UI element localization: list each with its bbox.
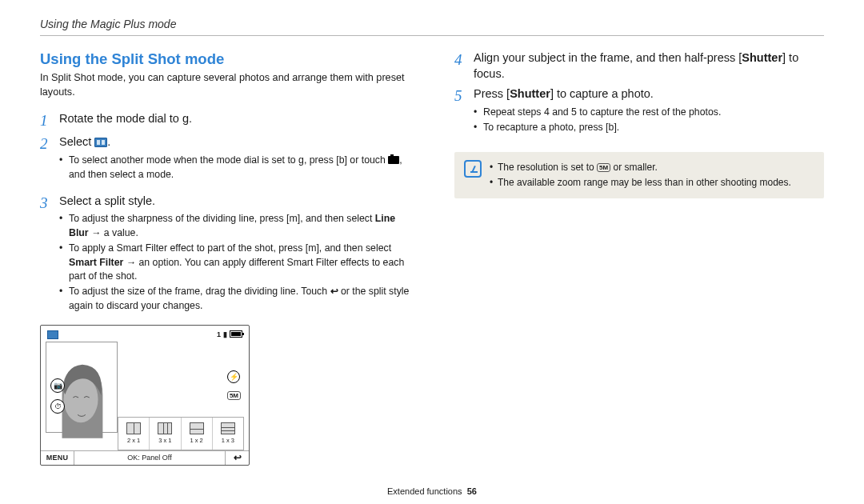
step-list-left: 1 Rotate the mode dial to g. 2 Select . … xyxy=(40,111,410,320)
undo-button[interactable]: ↩ xyxy=(225,451,249,465)
status-bar: 1 ▮ xyxy=(217,330,242,338)
right-column: 4 Align your subject in the frame, and t… xyxy=(454,50,824,466)
step-number: 3 xyxy=(40,194,59,213)
two-column-layout: Using the Split Shot mode In Split Shot … xyxy=(40,50,824,466)
illustration-bottom-bar: MENU OK: Panel Off ↩ xyxy=(41,450,249,465)
left-column: Using the Split Shot mode In Split Shot … xyxy=(40,50,410,466)
step-body: Press [Shutter] to capture a photo. Repe… xyxy=(474,86,721,141)
screen-illustration: 1 ▮ 📷 ⏱ xyxy=(40,325,250,466)
left-icon-stack: 📷 ⏱ xyxy=(50,378,65,414)
ok-label: OK: Panel Off xyxy=(74,454,225,462)
step-3-sublist: To adjust the sharpness of the dividing … xyxy=(59,212,410,314)
split-shot-icon xyxy=(94,138,107,147)
shutter-label: Shutter xyxy=(510,87,550,100)
split-shot-mode-icon xyxy=(47,330,58,339)
manual-page: Using the Magic Plus mode Using the Spli… xyxy=(0,0,864,504)
flash-round-icon: ⚡ xyxy=(227,370,240,383)
undo-icon: ↩ xyxy=(330,285,338,299)
step-4: 4 Align your subject in the frame, and t… xyxy=(454,50,824,82)
page-footer: Extended functions 56 xyxy=(0,486,864,496)
menu-button[interactable]: MENU xyxy=(41,451,74,465)
step-body: Align your subject in the frame, and the… xyxy=(474,50,824,82)
step-number: 5 xyxy=(454,86,474,106)
step-2: 2 Select . To select another mode when t… xyxy=(40,134,410,188)
step-2-sub-1: To select another mode when the mode dia… xyxy=(59,154,410,182)
footer-section: Extended functions xyxy=(387,486,462,496)
split-style-strip: 2 x 1 3 x 1 1 x 2 1 x 3 xyxy=(118,417,244,450)
mode-dial-glyph: g xyxy=(182,112,189,125)
step-body: Rotate the mode dial to g. xyxy=(59,111,192,127)
note-icon xyxy=(464,160,482,178)
step-number: 1 xyxy=(40,111,59,130)
style-preview-icon xyxy=(221,422,235,434)
step-5-sub-1: Repeat steps 4 and 5 to capture the rest… xyxy=(474,106,721,120)
resolution-badge: 5M xyxy=(597,163,610,172)
page-number: 56 xyxy=(467,486,477,496)
note-item-2: The available zoom range may be less tha… xyxy=(490,175,791,190)
mode-touch-icon xyxy=(388,156,399,164)
menu-glyph: m xyxy=(308,242,316,254)
back-button-glyph: b xyxy=(339,154,345,166)
timer-round-icon: ⏱ xyxy=(50,399,65,414)
step-body: Select . To select another mode when the… xyxy=(59,134,410,188)
step-3: 3 Select a split style. To adjust the sh… xyxy=(40,194,410,320)
step-1: 1 Rotate the mode dial to g. xyxy=(40,111,410,130)
step-5-sublist: Repeat steps 4 and 5 to capture the rest… xyxy=(474,106,721,135)
battery-icon xyxy=(230,330,242,338)
step-list-right: 4 Align your subject in the frame, and t… xyxy=(454,50,824,141)
breadcrumb: Using the Magic Plus mode xyxy=(40,18,824,30)
step-3-sub-2: To apply a Smart Filter effect to part o… xyxy=(59,242,410,284)
step-body: Select a split style. To adjust the shar… xyxy=(59,194,410,320)
step-3-sub-3: To adjust the size of the frame, drag th… xyxy=(59,285,410,314)
style-option-3x1[interactable]: 3 x 1 xyxy=(150,418,181,450)
note-item-1: The resolution is set to 5M or smaller. xyxy=(490,160,791,175)
right-icon-stack: ⚡ 5M xyxy=(227,370,241,400)
style-preview-icon xyxy=(190,422,204,434)
style-preview-icon xyxy=(158,422,172,434)
step-number: 4 xyxy=(454,50,474,70)
step-5: 5 Press [Shutter] to capture a photo. Re… xyxy=(454,86,824,141)
mode-dial-glyph: g xyxy=(298,154,304,166)
menu-glyph: m xyxy=(289,213,297,224)
note-box: The resolution is set to 5M or smaller. … xyxy=(454,152,824,198)
smart-filter-label: Smart Filter xyxy=(69,257,123,268)
divider xyxy=(40,35,824,36)
style-preview-icon xyxy=(126,422,141,434)
intro-text: In Split Shot mode, you can capture seve… xyxy=(40,71,410,100)
note-list: The resolution is set to 5M or smaller. … xyxy=(490,160,791,190)
memory-icon: ▮ xyxy=(223,330,227,338)
resolution-badge: 5M xyxy=(227,391,241,400)
step-number: 2 xyxy=(40,134,59,154)
shutter-label: Shutter xyxy=(742,51,782,64)
step-3-sub-1: To adjust the sharpness of the dividing … xyxy=(59,212,410,241)
step-5-sub-2: To recapture a photo, press [b]. xyxy=(474,121,721,135)
camera-round-icon: 📷 xyxy=(50,378,65,393)
style-option-2x1[interactable]: 2 x 1 xyxy=(118,418,150,450)
style-option-1x2[interactable]: 1 x 2 xyxy=(182,418,213,450)
style-option-1x3[interactable]: 1 x 3 xyxy=(213,418,243,450)
step-2-sublist: To select another mode when the mode dia… xyxy=(59,154,410,182)
shot-count: 1 xyxy=(217,330,221,338)
section-title: Using the Split Shot mode xyxy=(40,50,410,68)
